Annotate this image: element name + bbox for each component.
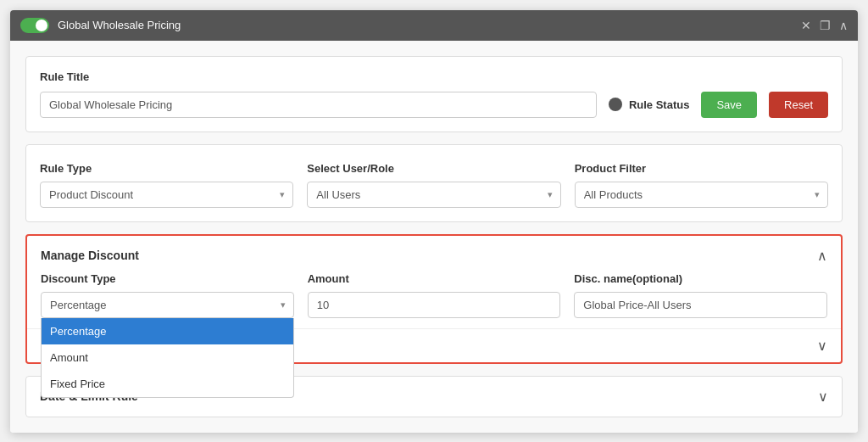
rule-title-row: Rule Status Save Reset	[40, 92, 828, 118]
main-window: Global Wholesale Pricing ✕ ❐ ∧ Rule Titl…	[10, 10, 858, 433]
dropdown-item-percentage[interactable]: Percentage	[42, 318, 293, 344]
rule-status-label: Rule Status	[629, 98, 690, 111]
status-dot	[609, 98, 622, 111]
amount-input[interactable]	[308, 292, 561, 318]
rule-options-grid: Rule Type Product Discount Fixed Price P…	[40, 162, 828, 208]
titlebar-title: Global Wholesale Pricing	[58, 19, 793, 31]
rule-options-section: Rule Type Product Discount Fixed Price P…	[25, 144, 843, 222]
manage-header: Manage Discount ∧	[27, 236, 841, 272]
discount-type-menu: Percentage Amount Fixed Price	[41, 318, 294, 398]
conditions-chevron-icon[interactable]: ∨	[817, 338, 827, 354]
product-filter-wrapper: All Products Category SKU ▾	[575, 182, 828, 208]
titlebar: Global Wholesale Pricing ✕ ❐ ∧	[10, 10, 858, 41]
rule-type-field: Rule Type Product Discount Fixed Price P…	[40, 162, 293, 208]
product-filter-select[interactable]: All Products Category SKU	[575, 182, 828, 208]
product-filter-label: Product Filter	[575, 162, 828, 175]
save-button[interactable]: Save	[701, 92, 757, 118]
disc-name-field: Disc. name(optional)	[574, 272, 827, 318]
user-role-wrapper: All Users Registered Users Guests ▾	[307, 182, 560, 208]
close-icon[interactable]: ✕	[801, 19, 811, 32]
copy-icon[interactable]: ❐	[820, 19, 831, 32]
titlebar-toggle[interactable]	[20, 18, 49, 33]
user-role-select[interactable]: All Users Registered Users Guests	[307, 182, 560, 208]
amount-label: Amount	[308, 272, 561, 285]
user-role-field: Select User/Role All Users Registered Us…	[307, 162, 560, 208]
content-area: Rule Title Rule Status Save Reset Rule T…	[10, 41, 858, 433]
rule-type-label: Rule Type	[40, 162, 293, 175]
reset-button[interactable]: Reset	[769, 92, 828, 118]
manage-discount-section: Manage Discount ∧ Discount Type Percenta…	[25, 234, 843, 364]
rule-title-input[interactable]	[40, 92, 597, 118]
disc-name-label: Disc. name(optional)	[574, 272, 827, 285]
discount-type-dropdown-wrapper: Percentage Amount Fixed Price ▾ Percenta…	[41, 292, 294, 318]
date-limit-chevron-icon[interactable]: ∨	[818, 389, 828, 405]
rule-title-label: Rule Title	[40, 70, 828, 83]
manage-body: Discount Type Percentage Amount Fixed Pr…	[27, 272, 841, 328]
discount-type-select[interactable]: Percentage Amount Fixed Price	[41, 292, 294, 318]
dropdown-item-amount[interactable]: Amount	[42, 344, 293, 371]
rule-status-group: Rule Status	[609, 98, 690, 111]
discount-type-label: Discount Type	[41, 272, 294, 285]
rule-type-select[interactable]: Product Discount Fixed Price Percentage	[40, 182, 293, 208]
discount-type-field: Discount Type Percentage Amount Fixed Pr…	[41, 272, 294, 318]
amount-field: Amount	[308, 272, 561, 318]
manage-title: Manage Discount	[41, 249, 139, 262]
product-filter-field: Product Filter All Products Category SKU…	[575, 162, 828, 208]
dropdown-item-fixed[interactable]: Fixed Price	[42, 371, 293, 397]
collapse-icon[interactable]: ∧	[839, 19, 848, 32]
user-role-label: Select User/Role	[307, 162, 560, 175]
rule-title-section: Rule Title Rule Status Save Reset	[25, 56, 843, 132]
rule-type-wrapper: Product Discount Fixed Price Percentage …	[40, 182, 293, 208]
discount-row: Discount Type Percentage Amount Fixed Pr…	[41, 272, 827, 318]
disc-name-input[interactable]	[574, 292, 827, 318]
chevron-up-icon[interactable]: ∧	[817, 248, 827, 264]
titlebar-controls: ✕ ❐ ∧	[801, 19, 848, 32]
